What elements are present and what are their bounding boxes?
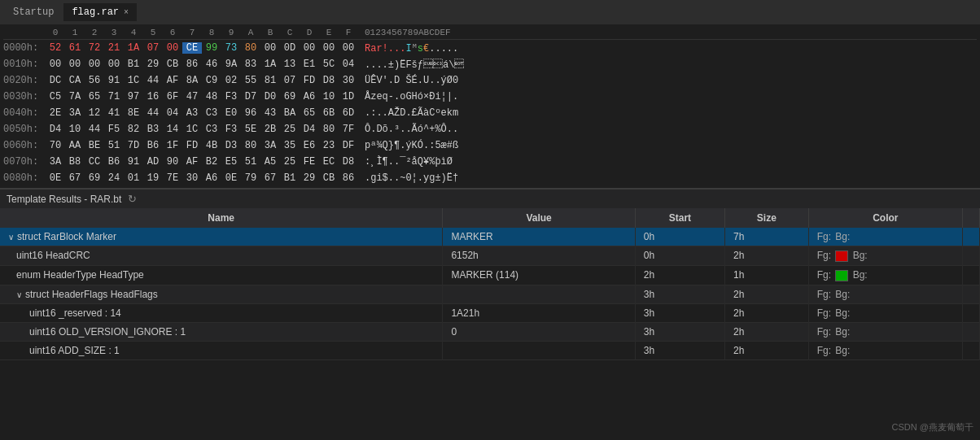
row-name: uint16 HeadCRC: [0, 246, 443, 266]
hex-row: 0040h: 2E3A1241 8E4404A3 C3E09643 BA656B…: [3, 105, 977, 121]
row-size: 2h: [725, 322, 809, 341]
tab-startup[interactable]: Startup: [3, 3, 63, 21]
hex-column-header: 0 1 2 3 4 5 6 7 8 9 A B C D E F 01234567…: [3, 26, 977, 40]
row-value: 1A21h: [443, 303, 635, 322]
row-start: 3h: [635, 303, 724, 322]
col-color: Color: [808, 208, 962, 228]
table-row[interactable]: enum HeaderType HeadType MARKER (114) 2h…: [0, 265, 980, 285]
row-value: [443, 285, 635, 303]
row-value: MARKER (114): [443, 265, 635, 285]
hex-editor: 0 1 2 3 4 5 6 7 8 9 A B C D E F 01234567…: [0, 24, 980, 188]
watermark: CSDN @燕麦葡萄干: [892, 421, 973, 433]
row-value: 6152h: [443, 246, 635, 266]
color-box-red: [835, 250, 848, 262]
table-row[interactable]: uint16 OLD_VERSION_IGNORE : 1 0 3h 2h Fg…: [0, 322, 980, 341]
row-name: uint16 _reserved : 14: [0, 303, 443, 322]
row-value: 0: [443, 322, 635, 341]
table-row[interactable]: uint16 HeadCRC 6152h 0h 2h Fg: Bg:: [0, 246, 980, 266]
hex-row: 0010h: 00000000 B129CB86 469A831A 13E15C…: [3, 56, 977, 72]
tab-active[interactable]: flag.rar ×: [63, 3, 137, 21]
tab-close-icon[interactable]: ×: [124, 8, 129, 17]
row-start: 3h: [635, 341, 724, 359]
col-name: Name: [0, 208, 443, 228]
row-value: MARKER: [443, 228, 635, 246]
col-size: Size: [725, 208, 809, 228]
row-size: 2h: [725, 341, 809, 359]
hex-row: 0050h: D41044F5 82B3141C C3F35E2B 25D480…: [3, 121, 977, 137]
hex-addr-header: [3, 28, 46, 37]
hex-row: 0060h: 70AABE51 7DB61FFD 4BD3803A 35E623…: [3, 137, 977, 154]
row-color: Fg: Bg:: [808, 303, 962, 322]
tab-active-label: flag.rar: [72, 7, 119, 18]
table-row[interactable]: ∨struct RarBlock Marker MARKER 0h 7h Fg:…: [0, 228, 980, 246]
table-row[interactable]: ∨struct HeaderFlags HeadFlags 3h 2h Fg: …: [0, 285, 980, 303]
row-color: Fg: Bg:: [808, 285, 962, 303]
row-color: Fg: Bg:: [808, 246, 962, 266]
row-start: 0h: [635, 246, 724, 266]
row-name: enum HeaderType HeadType: [0, 265, 443, 285]
row-size: 2h: [725, 246, 809, 266]
refresh-icon[interactable]: ↻: [128, 193, 137, 205]
row-name: ∨struct RarBlock Marker: [0, 228, 443, 246]
template-header: Template Results - RAR.bt ↻: [0, 188, 980, 208]
hex-row: 0030h: C57A6571 97166F47 48F3D7D0 69A610…: [3, 89, 977, 105]
row-size: 7h: [725, 228, 809, 246]
row-color: Fg: Bg:: [808, 341, 962, 359]
row-color: Fg: Bg:: [808, 265, 962, 285]
row-color: Fg: Bg:: [808, 228, 962, 246]
hex-row: 0000h: 52 61 72 21 1A 07 00 CE 99 73 80 …: [3, 40, 977, 56]
row-size: 1h: [725, 265, 809, 285]
color-box-green: [835, 270, 848, 281]
col-start: Start: [635, 208, 724, 228]
tab-bar: Startup flag.rar ×: [0, 0, 980, 24]
row-name: uint16 ADD_SIZE : 1: [0, 341, 443, 359]
hex-ascii-header: 0123456789ABCDEF: [365, 28, 451, 37]
row-size: 2h: [725, 303, 809, 322]
hex-bytes-header: 0 1 2 3 4 5 6 7 8 9 A B C D E F: [46, 28, 358, 37]
row-name: ∨struct HeaderFlags HeadFlags: [0, 285, 443, 303]
row-color: Fg: Bg:: [808, 322, 962, 341]
table-row[interactable]: uint16 _reserved : 14 1A21h 3h 2h Fg: Bg…: [0, 303, 980, 322]
row-start: 2h: [635, 265, 724, 285]
row-start: 3h: [635, 322, 724, 341]
row-size: 2h: [725, 285, 809, 303]
row-value: [443, 341, 635, 359]
table-row[interactable]: uint16 ADD_SIZE : 1 3h 2h Fg: Bg:: [0, 341, 980, 359]
template-results-section: Template Results - RAR.bt ↻ Name Value S…: [0, 188, 980, 408]
hex-row: 0020h: DCCA5691 1C44AF8A C9025581 07FDD8…: [3, 72, 977, 89]
table-header-row: Name Value Start Size Color: [0, 208, 980, 228]
hex-row: 0080h: 0E676924 01197E30 A60E7967 B129CB…: [3, 170, 977, 186]
template-title: Template Results - RAR.bt: [7, 194, 121, 205]
hex-row: 0070h: 3AB8CCB6 91AD90AF B2E551A5 25FEEC…: [3, 154, 977, 170]
row-start: 3h: [635, 285, 724, 303]
col-value: Value: [443, 208, 635, 228]
template-table: Name Value Start Size Color ∨struct RarB…: [0, 208, 980, 360]
row-start: 0h: [635, 228, 724, 246]
row-name: uint16 OLD_VERSION_IGNORE : 1: [0, 322, 443, 341]
